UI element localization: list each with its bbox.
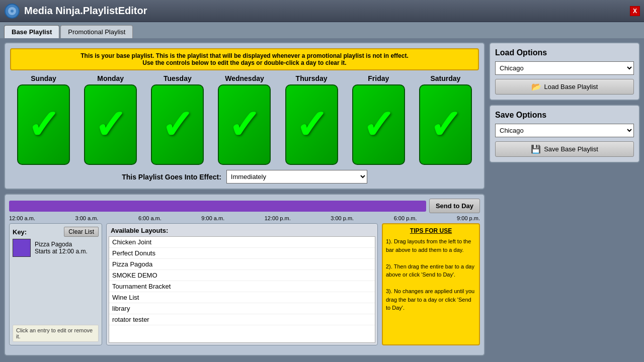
time-label-0: 12:00 a.m.: [9, 215, 35, 221]
time-label-2: 6:00 a.m.: [138, 215, 162, 221]
tip2: 2). Then drag the entire bar to a day ab…: [386, 262, 476, 279]
key-header: Key: Clear List: [13, 227, 99, 237]
tab-promotional-playlist[interactable]: Promotional Playlist: [60, 25, 133, 38]
day-wednesday: Wednesday ✓: [218, 74, 271, 165]
day-sunday: Sunday ✓: [17, 74, 70, 165]
day-tile-wednesday[interactable]: ✓: [218, 84, 271, 165]
time-label-5: 3:00 p.m.: [331, 215, 354, 221]
time-labels: 12:00 a.m. 3:00 a.m. 6:00 a.m. 9:00 a.m.…: [9, 215, 480, 223]
bottom-content: Key: Clear List Pizza Pagoda Starts at 1…: [9, 223, 480, 345]
days-grid: Sunday ✓ Monday ✓ Tuesday ✓ Wednesday ✓ …: [10, 74, 479, 165]
effect-select[interactable]: Immediately Scheduled Manual: [226, 170, 367, 184]
day-thursday: Thursday ✓: [285, 74, 338, 165]
tab-base-playlist[interactable]: Base Playlist: [4, 25, 59, 38]
layouts-list[interactable]: Chicken Joint Perfect Donuts Pizza Pagod…: [109, 236, 375, 343]
day-tile-tuesday[interactable]: ✓: [151, 84, 204, 165]
day-monday: Monday ✓: [84, 74, 137, 165]
day-label-thursday: Thursday: [296, 74, 328, 82]
tip3: 3). No changes are applied until you dra…: [386, 287, 476, 312]
layout-item[interactable]: Pizza Pagoda: [109, 259, 375, 270]
info-bar: This is your base playlist. This is the …: [10, 48, 479, 70]
time-label-1: 3:00 a.m.: [75, 215, 99, 221]
save-base-playlist-label: Save Base Playlist: [544, 145, 598, 153]
day-tile-thursday[interactable]: ✓: [285, 84, 338, 165]
time-label-3: 9:00 a.m.: [201, 215, 224, 221]
send-to-day-button[interactable]: Send to Day: [429, 199, 480, 213]
day-label-friday: Friday: [368, 74, 389, 82]
load-options-location-select[interactable]: Chicago New York Los Angeles: [495, 61, 634, 75]
folder-open-icon: 📂: [531, 82, 541, 92]
timeline-bar[interactable]: [9, 201, 426, 212]
time-label-6: 6:00 p.m.: [394, 215, 417, 221]
bottom-section: Send to Day 12:00 a.m. 3:00 a.m. 6:00 a.…: [4, 194, 485, 356]
key-item-starts: Starts at 12:00 a.m.: [35, 248, 88, 255]
day-label-saturday: Saturday: [430, 74, 460, 82]
layout-item[interactable]: SMOKE DEMO: [109, 270, 375, 281]
save-options-card: Save Options Chicago New York Los Angele…: [489, 105, 640, 163]
layout-item[interactable]: Chicken Joint: [109, 237, 375, 248]
time-label-4: 12:00 p.m.: [265, 215, 291, 221]
right-panel: Load Options Chicago New York Los Angele…: [489, 42, 640, 356]
layouts-panel: Available Layouts: Chicken Joint Perfect…: [106, 223, 378, 345]
day-friday: Friday ✓: [352, 74, 405, 165]
key-label: Key:: [13, 228, 27, 236]
tab-bar: Base Playlist Promotional Playlist: [0, 22, 644, 38]
load-options-card: Load Options Chicago New York Los Angele…: [489, 42, 640, 101]
info-line1: This is your base playlist. This is the …: [16, 52, 473, 59]
title-bar: Media Ninja.PlaylistEditor X: [0, 0, 644, 22]
day-tile-friday[interactable]: ✓: [352, 84, 405, 165]
layout-item[interactable]: Tournament Bracket: [109, 281, 375, 292]
timeline-row: Send to Day: [9, 199, 480, 213]
left-panel: This is your base playlist. This is the …: [4, 42, 485, 356]
load-options-title: Load Options: [495, 48, 634, 57]
key-color-box: [13, 239, 31, 257]
save-base-playlist-button[interactable]: 💾 Save Base Playlist: [495, 141, 634, 157]
load-base-playlist-label: Load Base Playlist: [544, 83, 598, 90]
clear-list-button[interactable]: Clear List: [64, 227, 99, 237]
base-playlist-card: This is your base playlist. This is the …: [4, 42, 485, 190]
tips-panel: TIPS FOR USE 1). Drag layouts from the l…: [382, 223, 480, 345]
day-tile-monday[interactable]: ✓: [84, 84, 137, 165]
svg-point-2: [11, 10, 14, 13]
load-base-playlist-button[interactable]: 📂 Load Base Playlist: [495, 79, 634, 95]
day-saturday: Saturday ✓: [419, 74, 472, 165]
close-button[interactable]: X: [630, 6, 640, 16]
day-label-tuesday: Tuesday: [164, 74, 192, 82]
time-label-7: 9:00 p.m.: [457, 215, 480, 221]
layout-item[interactable]: Wine List: [109, 292, 375, 303]
layout-item[interactable]: rotator tester: [109, 314, 375, 325]
save-options-location-select[interactable]: Chicago New York Los Angeles: [495, 124, 634, 137]
app-title: Media Ninja.PlaylistEditor: [24, 5, 630, 17]
layout-item[interactable]: library: [109, 303, 375, 314]
main-layout: This is your base playlist. This is the …: [0, 38, 644, 360]
key-panel: Key: Clear List Pizza Pagoda Starts at 1…: [9, 223, 102, 345]
key-item-text: Pizza Pagoda Starts at 12:00 a.m.: [35, 241, 88, 255]
day-tile-saturday[interactable]: ✓: [419, 84, 472, 165]
day-tile-sunday[interactable]: ✓: [17, 84, 70, 165]
app-logo: [4, 3, 20, 19]
tips-content: 1). Drag layouts from the left to the ba…: [386, 237, 476, 312]
key-item-pizza-pagoda: Pizza Pagoda Starts at 12:00 a.m.: [13, 239, 99, 257]
day-tuesday: Tuesday ✓: [151, 74, 204, 165]
layouts-header: Available Layouts:: [109, 226, 375, 236]
layout-item[interactable]: Perfect Donuts: [109, 248, 375, 259]
effect-row: This Playlist Goes Into Effect: Immediat…: [10, 170, 479, 184]
tips-header: TIPS FOR USE: [386, 227, 476, 234]
save-options-title: Save Options: [495, 111, 634, 120]
day-label-sunday: Sunday: [31, 74, 56, 82]
save-icon: 💾: [531, 144, 541, 154]
effect-label: This Playlist Goes Into Effect:: [122, 173, 221, 181]
day-label-wednesday: Wednesday: [225, 74, 264, 82]
key-item-name: Pizza Pagoda: [35, 241, 88, 248]
info-line2: Use the controls below to edit the days …: [16, 59, 473, 66]
tip1: 1). Drag layouts from the left to the ba…: [386, 237, 476, 254]
day-label-monday: Monday: [97, 74, 124, 82]
click-hint: Click an entry to edit or remove it.: [13, 325, 99, 342]
